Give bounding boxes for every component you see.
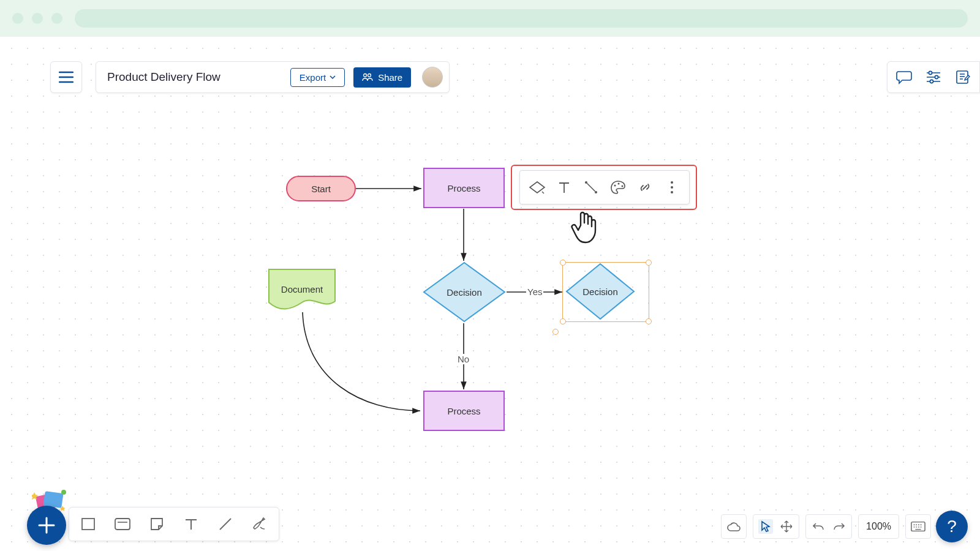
rotate-handle[interactable] [552, 329, 559, 335]
users-icon [362, 73, 373, 81]
svg-point-4 [930, 80, 933, 83]
selection-handle[interactable] [646, 260, 652, 266]
canvas[interactable]: Product Delivery Flow Export Share [0, 37, 980, 551]
svg-point-1 [368, 74, 371, 77]
decision-label: Decision [423, 261, 506, 323]
title-bar: Product Delivery Flow Export Share [96, 61, 450, 93]
avatar[interactable] [422, 67, 443, 88]
traffic-light-dot [51, 13, 62, 24]
shape-dock [69, 507, 279, 541]
help-button[interactable]: ? [936, 511, 968, 542]
svg-line-11 [587, 184, 595, 192]
svg-point-0 [364, 74, 367, 77]
selection-handle[interactable] [646, 318, 652, 324]
bottom-right-controls: 100% [721, 513, 931, 540]
more-vertical-icon[interactable] [662, 177, 682, 198]
comment-icon[interactable] [896, 69, 912, 85]
chevron-down-icon [330, 75, 336, 79]
cloud-icon[interactable] [726, 519, 741, 534]
zoom-level[interactable]: 100% [864, 521, 894, 532]
svg-point-12 [614, 185, 616, 187]
document-label: Document [268, 284, 336, 294]
export-button[interactable]: Export [290, 68, 345, 87]
edit-note-icon[interactable] [955, 69, 971, 85]
link-icon[interactable] [635, 177, 655, 198]
traffic-light-dot [12, 13, 23, 24]
traffic-light-dot [32, 13, 43, 24]
edge-label-no: No [456, 354, 470, 364]
add-button[interactable] [27, 506, 66, 545]
keyboard-icon[interactable] [911, 519, 925, 534]
document-title[interactable]: Product Delivery Flow [107, 70, 221, 84]
process-label: Process [447, 406, 480, 416]
svg-point-16 [671, 186, 673, 189]
svg-point-13 [618, 183, 620, 185]
process-node[interactable]: Process [423, 391, 505, 431]
decision-label: Decision [565, 263, 635, 320]
sticky-note-icon[interactable] [148, 515, 166, 533]
svg-point-2 [929, 71, 932, 74]
share-label: Share [378, 72, 402, 83]
palette-icon[interactable] [608, 177, 628, 198]
svg-rect-22 [115, 519, 130, 530]
process-label: Process [447, 183, 480, 193]
text-icon[interactable] [554, 177, 575, 198]
url-bar[interactable] [75, 9, 968, 28]
share-button[interactable]: Share [353, 67, 411, 88]
card-icon[interactable] [113, 515, 132, 533]
svg-rect-21 [82, 519, 94, 530]
decision-node[interactable]: Decision [565, 263, 635, 320]
export-label: Export [300, 72, 326, 83]
line-icon[interactable] [581, 177, 601, 198]
decision-node[interactable]: Decision [423, 261, 506, 323]
svg-point-14 [622, 186, 624, 187]
document-node[interactable]: Document [268, 268, 336, 310]
pointer-icon[interactable] [758, 519, 773, 534]
start-label: Start [311, 184, 331, 194]
context-toolbar [519, 170, 690, 204]
process-node[interactable]: Process [423, 168, 505, 208]
svg-point-10 [595, 191, 597, 193]
cursor-hand-icon [570, 208, 599, 245]
svg-point-9 [585, 181, 587, 184]
menu-button[interactable] [50, 61, 82, 93]
settings-sliders-icon[interactable] [925, 69, 941, 85]
svg-line-24 [220, 519, 231, 530]
plus-icon [38, 517, 55, 534]
move-icon[interactable] [779, 519, 794, 534]
start-node[interactable]: Start [286, 176, 356, 201]
question-icon: ? [947, 517, 957, 536]
hamburger-icon [59, 71, 74, 83]
svg-point-20 [61, 490, 66, 495]
browser-chrome [0, 0, 980, 37]
shape-icon[interactable] [527, 177, 548, 198]
rectangle-icon[interactable] [79, 515, 97, 533]
pen-tool-icon[interactable] [251, 515, 269, 533]
svg-point-15 [671, 181, 673, 184]
edge-label-yes: Yes [526, 287, 543, 297]
svg-point-3 [935, 75, 938, 78]
svg-point-17 [671, 191, 673, 193]
text-tool-icon[interactable] [182, 515, 200, 533]
undo-icon[interactable] [811, 519, 826, 534]
redo-icon[interactable] [832, 519, 846, 534]
line-tool-icon[interactable] [216, 515, 235, 533]
right-toolbar [887, 61, 980, 93]
